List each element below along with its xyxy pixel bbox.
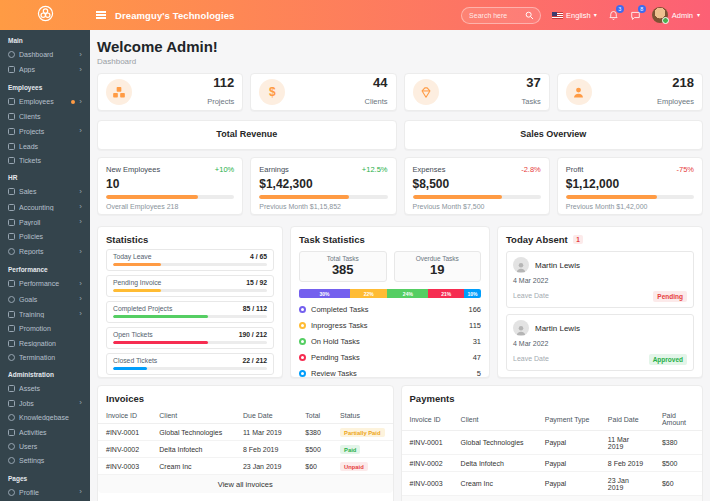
breadcrumb: Dashboard (97, 57, 703, 66)
sidebar-section-employees: Employees (0, 77, 90, 94)
notification-badge: 3 (616, 5, 624, 13)
status-badge: Pending (653, 291, 687, 302)
status-badge: Unpaid (340, 462, 368, 471)
termination-icon (8, 354, 15, 361)
language-selector[interactable]: English ▾ (552, 11, 597, 20)
header-search (461, 7, 541, 24)
sidebar-section-administration: Administration (0, 364, 90, 381)
message-badge: 8 (638, 5, 646, 13)
kpi-footer: Previous Month $1,42,000 (566, 203, 694, 210)
sidebar-item-termination[interactable]: Termination (0, 350, 90, 364)
chevron-right-icon: › (79, 295, 82, 303)
sidebar-item-sales[interactable]: Sales › (0, 184, 90, 199)
sidebar-item-performance[interactable]: Performance › (0, 276, 90, 291)
table-row: #INV-0002 Delta Infotech Paypal 8 Feb 20… (402, 455, 702, 472)
sidebar-item-projects[interactable]: Projects › (0, 124, 90, 139)
search-icon[interactable] (525, 11, 534, 20)
sidebar-item-tickets[interactable]: Tickets (0, 153, 90, 167)
leave-date: 4 Mar 2022 (513, 277, 549, 284)
progress-bar (113, 341, 267, 344)
kpi-row: New Employees +10% 10 Overall Employees … (97, 157, 703, 215)
card-title: Task Statistics (299, 234, 481, 245)
sidebar-item-dashboard[interactable]: Dashboard › (0, 47, 90, 62)
sidebar-item-knowledgebase[interactable]: Knowledgebase (0, 411, 90, 425)
column-header: Invoice ID (98, 409, 151, 424)
employee-name[interactable]: Martin Lewis (535, 324, 580, 333)
view-all-invoices-link[interactable]: View all invoices (98, 475, 393, 493)
sidebar-section-pages: Pages (0, 468, 90, 485)
sidebar-item-profile[interactable]: Profile › (0, 485, 90, 500)
sidebar-item-promotion[interactable]: Promotion (0, 322, 90, 336)
sidebar-item-reports[interactable]: Reports › (0, 244, 90, 259)
sidebar-item-resignation[interactable]: Resignation (0, 336, 90, 350)
us-flag-icon (552, 12, 563, 19)
sidebar-item-payroll[interactable]: Payroll › (0, 215, 90, 230)
absent-entry: Martin Lewis 4 Mar 2022 Leave Date Appro… (506, 314, 694, 371)
dollar-icon: $ (259, 79, 285, 105)
stat-label: Tasks (522, 97, 541, 106)
task-legend: Completed Tasks 166 Inprogress Tasks 115… (299, 301, 481, 378)
diamond-icon (413, 79, 439, 105)
status-badge: Paid (340, 445, 360, 454)
clients-icon (8, 113, 15, 120)
user-menu[interactable]: Admin ▾ (652, 7, 700, 23)
logo[interactable] (0, 5, 90, 26)
apps-icon (8, 66, 15, 73)
progress-bar (113, 289, 267, 292)
progress-bar (113, 263, 267, 266)
user-name: Admin (672, 11, 693, 20)
sidebar-item-training[interactable]: Training › (0, 307, 90, 322)
sidebar-item-activities[interactable]: Activities (0, 425, 90, 439)
sales-overview-chart-card: Sales Overview (404, 120, 704, 150)
sidebar-item-accounting[interactable]: Accounting › (0, 200, 90, 215)
sidebar-item-clients[interactable]: Clients (0, 110, 90, 124)
messages-button[interactable]: 8 (630, 10, 641, 21)
stat-value: 44 (365, 76, 388, 91)
chevron-right-icon: › (79, 399, 82, 407)
tickets-icon (8, 157, 15, 164)
stat-value: 37 (522, 76, 541, 91)
chevron-right-icon: › (79, 218, 82, 226)
status-badge: Partially Paid (340, 428, 384, 437)
total-revenue-chart-card: Total Revenue (97, 120, 397, 150)
sidebar-item-users[interactable]: Users (0, 439, 90, 453)
bar-segment: 21% (428, 289, 464, 298)
chevron-right-icon: › (79, 488, 82, 496)
sidebar-item-goals[interactable]: Goals › (0, 291, 90, 306)
sidebar-item-settings[interactable]: Settings (0, 453, 90, 467)
sidebar-item-apps[interactable]: Apps › (0, 62, 90, 77)
invoices-table: Invoice ID Client Due Date Total Status … (98, 409, 393, 475)
sidebar-item-assets[interactable]: Assets (0, 381, 90, 395)
brand-title: Dreamguy's Technologies (115, 10, 234, 21)
employee-name[interactable]: Martin Lewis (535, 261, 580, 270)
sidebar-item-leads[interactable]: Leads (0, 139, 90, 153)
sidebar-item-jobs[interactable]: Jobs › (0, 396, 90, 411)
sidebar-item-employees[interactable]: Employees › (0, 94, 90, 109)
legend-dot (299, 306, 306, 313)
tables-row: Invoices Invoice ID Client Due Date Tota… (97, 385, 703, 501)
performance-icon (8, 280, 15, 287)
promotion-icon (8, 325, 15, 332)
card-title: Statistics (106, 234, 274, 245)
statistic-item: Completed Projects85 / 112 (106, 301, 274, 323)
notifications-button[interactable]: 3 (608, 10, 619, 21)
tasks-stat-card: 37 Tasks (404, 73, 550, 111)
chevron-right-icon: › (79, 127, 82, 135)
progress-bar (413, 195, 541, 199)
view-all-payments-link[interactable]: View all payments (402, 496, 702, 501)
task-statistics-card: Task Statistics Total Tasks 385 Overdue … (290, 226, 490, 378)
sidebar: Main Dashboard › Apps › Employees Employ… (0, 30, 90, 501)
menu-toggle-icon[interactable] (96, 0, 106, 30)
dashboard-icon (8, 51, 15, 58)
middle-row: Statistics Today Leave4 / 65 Pending Inv… (97, 226, 703, 378)
profile-icon (8, 489, 15, 496)
kpi-footer: Previous Month $7,500 (413, 203, 541, 210)
kpi-change: +10% (215, 165, 234, 174)
leave-date: 4 Mar 2022 (513, 340, 549, 347)
statistic-item: Pending Invoice15 / 92 (106, 275, 274, 297)
employees-stat-card: 218 Employees (557, 73, 703, 111)
absent-count-badge: 1 (573, 235, 584, 244)
search-input[interactable] (469, 12, 525, 19)
user-icon (566, 79, 592, 105)
sidebar-item-policies[interactable]: Policies (0, 230, 90, 244)
